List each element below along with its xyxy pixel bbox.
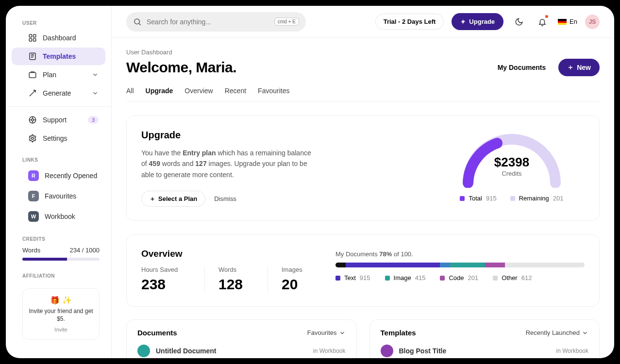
invite-button[interactable]: Invite bbox=[28, 327, 94, 332]
svg-rect-5 bbox=[29, 73, 36, 78]
stat-images: Images 20 bbox=[268, 266, 316, 293]
sidebar-item-templates[interactable]: Templates bbox=[12, 48, 105, 65]
upgrade-button[interactable]: Upgrade bbox=[452, 13, 503, 30]
gauge-legend: Total 915 Remaining 201 bbox=[439, 195, 585, 202]
sidebar-item-dashboard[interactable]: Dashboard bbox=[12, 29, 105, 47]
legend-label: Other bbox=[502, 274, 518, 281]
legend-swatch bbox=[335, 276, 340, 281]
support-icon bbox=[28, 116, 37, 124]
upgrade-title: Upgrade bbox=[141, 130, 429, 141]
legend-label: Text bbox=[344, 274, 356, 281]
link-badge-icon: R bbox=[28, 170, 39, 181]
search-input[interactable] bbox=[147, 18, 269, 26]
chevron-down-icon bbox=[92, 71, 99, 78]
documents-filter[interactable]: Favourites bbox=[307, 329, 346, 336]
topbar: cmd + E Trial - 2 Days Left Upgrade En bbox=[112, 6, 614, 38]
dashboard-icon bbox=[28, 33, 37, 42]
svg-point-8 bbox=[32, 137, 34, 140]
sidebar-item-label: Templates bbox=[43, 52, 76, 60]
new-button[interactable]: New bbox=[558, 59, 600, 76]
legend-label: Remaining bbox=[519, 195, 549, 202]
credits-block: Words 234 / 1000 bbox=[6, 245, 111, 261]
stat-words: Words 128 bbox=[204, 266, 253, 293]
my-documents-button[interactable]: My Documents bbox=[491, 59, 553, 76]
tab-overview[interactable]: Overview bbox=[184, 83, 213, 101]
sidebar: USER Dashboard Templates Plan bbox=[6, 6, 112, 358]
svg-rect-3 bbox=[34, 39, 36, 41]
list-item-meta: in Workbook bbox=[313, 347, 345, 354]
credits-progress bbox=[22, 258, 100, 261]
support-badge: 3 bbox=[88, 116, 99, 124]
trial-pill[interactable]: Trial - 2 Days Left bbox=[375, 14, 444, 30]
usage-title: My Documents 78% of 100. bbox=[335, 250, 585, 258]
templates-icon bbox=[28, 52, 37, 61]
usage-bar bbox=[335, 263, 585, 267]
sidebar-link-recently-opened[interactable]: R Recently Opened bbox=[12, 166, 105, 185]
svg-rect-2 bbox=[29, 39, 32, 41]
list-item[interactable]: Blog Post Title in Workbook bbox=[381, 345, 589, 357]
upgrade-text: You have the Entry plan which has a rema… bbox=[141, 148, 316, 180]
tab-all[interactable]: All bbox=[126, 83, 134, 101]
avatar[interactable]: JS bbox=[585, 15, 600, 29]
sidebar-item-support[interactable]: Support 3 bbox=[12, 111, 105, 129]
sidebar-item-label: Dashboard bbox=[43, 34, 76, 42]
sidebar-item-settings[interactable]: Settings bbox=[12, 130, 105, 147]
tab-favourites[interactable]: Favourites bbox=[258, 83, 289, 101]
language-selector[interactable]: En bbox=[558, 18, 577, 25]
templates-card: Templates Recently Launched Blog Post Ti… bbox=[369, 319, 600, 358]
search-box[interactable]: cmd + E bbox=[126, 12, 306, 32]
sidebar-item-plan[interactable]: Plan bbox=[12, 66, 105, 83]
sidebar-item-label: Favourites bbox=[45, 192, 76, 200]
sidebar-section-user: USER bbox=[6, 17, 111, 29]
svg-rect-1 bbox=[34, 34, 36, 37]
overview-card: Overview Hours Saved 238 Words 128 bbox=[126, 234, 600, 307]
chevron-down-icon bbox=[339, 330, 346, 336]
templates-filter[interactable]: Recently Launched bbox=[526, 329, 588, 336]
dismiss-button[interactable]: Dismiss bbox=[214, 195, 236, 202]
breadcrumb: User Dashboard bbox=[126, 49, 600, 56]
plus-icon bbox=[150, 196, 155, 202]
legend-label: Total bbox=[469, 195, 482, 202]
bell-icon bbox=[538, 17, 547, 26]
sidebar-item-label: Settings bbox=[43, 134, 67, 142]
credits-word-label: Words bbox=[22, 247, 40, 254]
select-plan-button[interactable]: Select a Plan bbox=[141, 191, 205, 207]
sidebar-link-favourites[interactable]: F Favourites bbox=[12, 186, 105, 206]
tab-recent[interactable]: Recent bbox=[225, 83, 246, 101]
legend-swatch bbox=[493, 276, 498, 281]
svg-rect-0 bbox=[29, 34, 32, 37]
list-item[interactable]: Untitled Document in Workbook bbox=[137, 345, 346, 357]
tabs: All Upgrade Overview Recent Favourites bbox=[126, 83, 600, 102]
templates-title: Templates bbox=[381, 329, 416, 337]
sidebar-link-workbook[interactable]: W Workbook bbox=[12, 207, 105, 226]
select-plan-label: Select a Plan bbox=[158, 195, 197, 202]
gauge-sublabel: Credits bbox=[458, 170, 565, 177]
sidebar-item-generate[interactable]: Generate bbox=[12, 84, 105, 102]
theme-toggle[interactable] bbox=[511, 14, 527, 30]
legend-value: 915 bbox=[486, 195, 497, 202]
plan-icon bbox=[28, 70, 37, 79]
legend-label: Code bbox=[449, 274, 464, 281]
gauge-value: $2398 bbox=[458, 155, 565, 170]
link-badge-icon: F bbox=[28, 191, 39, 201]
sidebar-divider bbox=[6, 106, 111, 107]
search-icon bbox=[133, 17, 142, 26]
sidebar-section-links: LINKS bbox=[6, 154, 111, 165]
upgrade-card: Upgrade You have the Entry plan which ha… bbox=[126, 116, 600, 221]
svg-point-9 bbox=[134, 19, 140, 24]
moon-icon bbox=[515, 17, 523, 26]
notifications-button[interactable] bbox=[535, 14, 550, 30]
legend-value: 201 bbox=[553, 195, 564, 202]
chevron-down-icon bbox=[582, 330, 588, 336]
flag-icon bbox=[558, 19, 567, 25]
chevron-down-icon bbox=[92, 90, 99, 97]
gear-icon bbox=[28, 134, 37, 143]
gift-icon: 🎁 ✨ bbox=[28, 296, 94, 305]
sidebar-item-label: Generate bbox=[43, 89, 71, 97]
new-button-label: New bbox=[577, 64, 591, 71]
generate-icon bbox=[28, 89, 37, 98]
legend-value: 915 bbox=[360, 274, 370, 281]
credits-gauge: $2398 Credits Total 915 Remaining bbox=[439, 130, 585, 207]
list-item-title: Blog Post Title bbox=[399, 347, 447, 355]
tab-upgrade[interactable]: Upgrade bbox=[146, 83, 173, 101]
